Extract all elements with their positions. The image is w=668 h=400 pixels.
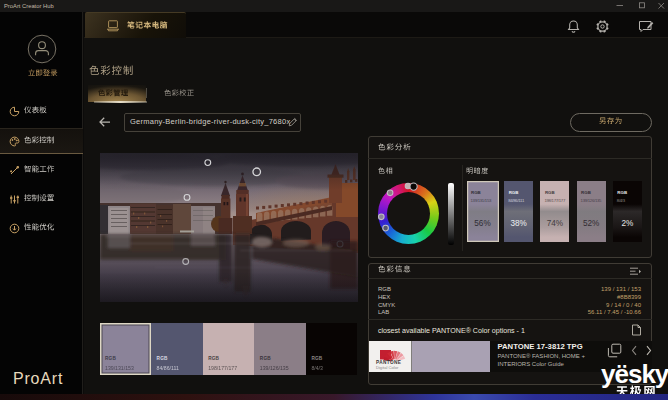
svg-text:Digital Color: Digital Color xyxy=(376,364,399,369)
